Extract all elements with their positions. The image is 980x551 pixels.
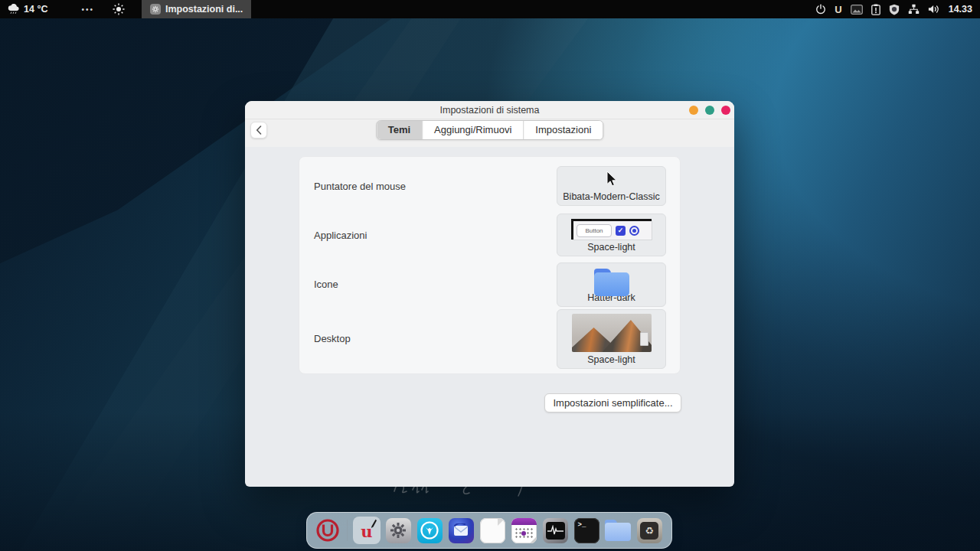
tab-group: Temi Aggiungi/Rimuovi Impostazioni [376, 120, 604, 140]
widget-preview: Button ✓ [571, 219, 652, 240]
theme-name: Space-light [587, 242, 635, 253]
icons-theme-card[interactable]: Hatter-dark [557, 262, 666, 307]
terminal-icon: >_ [574, 518, 599, 543]
simplified-settings-button[interactable]: Impostazioni semplificate... [544, 393, 681, 412]
folder-icon [594, 269, 629, 290]
dock-item-settings[interactable] [384, 517, 412, 544]
overflow-dots-menu[interactable]: ••• [77, 5, 99, 14]
librewolf-icon [417, 518, 443, 543]
preview-button: Button [577, 224, 612, 237]
volume-icon[interactable] [928, 0, 940, 18]
weather-temp: 14 °C [24, 4, 47, 15]
dock-item-unity-logo[interactable] [314, 517, 341, 544]
tab-aggiungi-rimuovi[interactable]: Aggiungi/Rimuovi [422, 121, 523, 139]
close-button[interactable] [721, 106, 730, 115]
applications-theme-card[interactable]: Button ✓ Space-light [557, 214, 666, 256]
desktop-theme-card[interactable]: Space-light [557, 309, 666, 369]
calendar-icon [511, 518, 537, 543]
theme-name: Bibata-Modern-Classic [563, 191, 659, 202]
cursor-icon [605, 171, 618, 189]
recycle-glyph: ♻ [645, 525, 654, 536]
row-icons: Icone Hatter-dark [299, 260, 680, 309]
settings-gear-icon [386, 518, 411, 543]
weather-widget[interactable]: 14 °C [0, 0, 55, 18]
dock-item-system-monitor[interactable] [541, 517, 569, 544]
files-folder-icon [605, 520, 631, 541]
themes-panel: Puntatore del mouse Bibata-Modern-Classi… [299, 156, 681, 374]
window-toolbar: Temi Aggiungi/Rimuovi Impostazioni [245, 119, 734, 147]
power-icon[interactable] [815, 0, 826, 18]
dock: u [306, 512, 672, 549]
pen-icon [369, 519, 377, 529]
row-label: Applicazioni [314, 230, 367, 241]
document-icon [480, 518, 505, 543]
row-label: Puntatore del mouse [314, 181, 406, 192]
dock-item-text-editor[interactable] [479, 517, 506, 544]
dock-item-red-editor[interactable]: u [353, 517, 381, 544]
row-label: Icone [314, 279, 338, 290]
maximize-button[interactable] [705, 106, 714, 115]
window-titlebar[interactable]: Impostazioni di sistema [245, 101, 734, 119]
trash-icon: ♻ [637, 518, 662, 543]
dock-item-librewolf[interactable] [416, 517, 443, 544]
minimize-button[interactable] [689, 106, 698, 115]
row-applications: Applicazioni Button ✓ Space-light [299, 210, 680, 259]
dock-item-thunderbird[interactable] [447, 517, 475, 544]
dock-item-trash[interactable]: ♻ [635, 517, 663, 544]
brightness-icon [113, 3, 125, 15]
active-app-chip[interactable]: Impostazioni di... [142, 0, 251, 18]
thunderbird-icon [449, 518, 474, 543]
chevron-left-icon [256, 126, 262, 135]
preview-checkbox: ✓ [616, 226, 626, 236]
network-icon[interactable] [908, 0, 920, 18]
tab-temi[interactable]: Temi [377, 121, 422, 139]
clock[interactable]: 14.33 [949, 4, 972, 15]
settings-window: Impostazioni di sistema Temi Aggiungi/Ri… [245, 101, 734, 487]
dock-item-calendar[interactable] [510, 517, 537, 544]
security-shield-icon[interactable] [889, 0, 900, 18]
distro-logo-icon[interactable]: U [835, 0, 841, 18]
gear-icon [150, 4, 161, 15]
mouse-pointer-theme-card[interactable]: Bibata-Modern-Classic [557, 166, 666, 206]
terminal-prompt: >_ [574, 518, 586, 529]
theme-name: Space-light [587, 354, 635, 365]
window-title: Impostazioni di sistema [440, 105, 540, 116]
screenshot-icon[interactable] [851, 0, 863, 18]
tab-impostazioni[interactable]: Impostazioni [523, 121, 603, 139]
active-app-title: Impostazioni di... [165, 4, 243, 15]
menubar: 14 °C ••• Impostazioni di... [0, 0, 980, 18]
clipboard-alert-icon[interactable] [871, 0, 880, 18]
brightness-widget[interactable] [106, 0, 131, 18]
row-label: Desktop [314, 333, 351, 344]
dock-item-files[interactable] [604, 517, 632, 544]
dock-item-terminal[interactable]: >_ [573, 517, 600, 544]
rain-cloud-icon [8, 4, 20, 15]
wallpaper-thumbnail [572, 314, 652, 352]
system-monitor-icon [543, 518, 568, 543]
window-controls [689, 101, 730, 119]
back-button[interactable] [250, 122, 267, 139]
preview-radio [629, 226, 639, 236]
dock-separator [347, 520, 348, 541]
menubar-left: 14 °C ••• Impostazioni di... [0, 0, 251, 18]
row-desktop: Desktop Space-light [299, 309, 680, 369]
menubar-tray: U [815, 0, 980, 18]
unity-logo-icon [315, 518, 340, 543]
row-mouse-pointer: Puntatore del mouse Bibata-Modern-Classi… [299, 161, 680, 210]
